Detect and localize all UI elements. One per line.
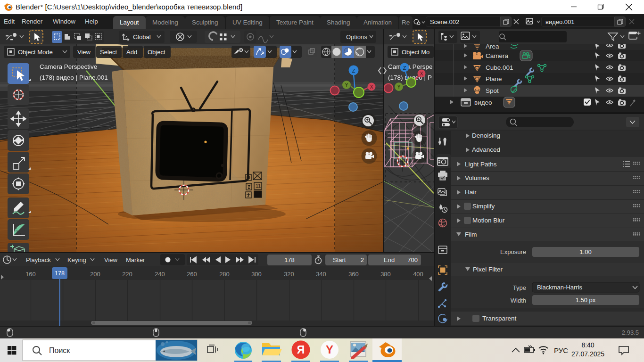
svg-text:Cube.001: Cube.001 (486, 64, 513, 71)
svg-text:Playback: Playback (26, 256, 51, 263)
svg-text:240: 240 (155, 271, 165, 278)
svg-text:X: X (370, 84, 373, 90)
svg-text:27.07.2025: 27.07.2025 (571, 350, 604, 358)
svg-text:340: 340 (316, 271, 326, 278)
svg-text:178: 178 (55, 270, 65, 277)
svg-text:Object Mode: Object Mode (18, 49, 53, 56)
svg-text:Я: Я (297, 344, 305, 356)
svg-text:X: X (420, 71, 423, 76)
svg-text:380: 380 (380, 271, 391, 278)
svg-text:160: 160 (25, 271, 36, 278)
svg-text:View: View (77, 49, 91, 56)
svg-text:Plane: Plane (486, 75, 502, 82)
svg-text:Camera: Camera (486, 52, 509, 59)
svg-text:Object: Object (148, 49, 165, 56)
svg-text:Blackman-Harris: Blackman-Harris (537, 284, 583, 291)
svg-text:1.50 px: 1.50 px (576, 296, 596, 304)
svg-text:Advanced: Advanced (472, 146, 500, 153)
svg-text:Add: Add (126, 49, 137, 56)
svg-text:Type: Type (513, 284, 526, 291)
svg-text:360: 360 (348, 271, 359, 278)
svg-text:End: End (384, 256, 395, 263)
svg-text:(178) видео | Plane.001: (178) видео | Plane.001 (40, 74, 108, 81)
svg-text:Denoising: Denoising (472, 132, 500, 139)
svg-text:Marker: Marker (126, 256, 145, 263)
svg-text:280: 280 (219, 271, 230, 278)
svg-text:Z: Z (403, 65, 406, 71)
svg-text:Select: Select (100, 49, 117, 56)
svg-text:Camera Perspe: Camera Perspe (388, 63, 433, 70)
svg-text:11: 11 (256, 183, 261, 189)
svg-text:Keying: Keying (67, 256, 86, 263)
svg-text:Film: Film (465, 231, 477, 238)
svg-text:видео: видео (474, 99, 492, 106)
svg-text:Motion Blur: Motion Blur (472, 217, 505, 224)
svg-text:Options: Options (346, 33, 367, 41)
svg-text:400: 400 (413, 271, 423, 278)
svg-text:2: 2 (361, 256, 364, 263)
svg-text:220: 220 (122, 271, 132, 278)
svg-text:Spot: Spot (486, 87, 499, 94)
svg-text:320: 320 (284, 271, 294, 278)
svg-text:Light Paths: Light Paths (465, 161, 497, 168)
svg-text:Z: Z (352, 68, 355, 74)
svg-text:Volumes: Volumes (465, 174, 489, 181)
svg-text:Y: Y (397, 84, 401, 90)
svg-text:Hair: Hair (465, 189, 477, 196)
svg-text:Area: Area (486, 44, 499, 50)
svg-text:Transparent: Transparent (482, 315, 517, 322)
svg-text:300: 300 (251, 271, 262, 278)
svg-text:8:40: 8:40 (581, 341, 594, 349)
svg-text:700: 700 (407, 256, 418, 263)
svg-text:260: 260 (187, 271, 197, 278)
svg-text:Camera Perspective: Camera Perspective (40, 63, 97, 70)
svg-text:200: 200 (90, 271, 100, 278)
svg-text:Pixel Filter: Pixel Filter (473, 266, 503, 273)
svg-text:Start: Start (333, 256, 346, 263)
svg-text:Object Mo: Object Mo (402, 49, 429, 56)
svg-text:Width: Width (511, 297, 526, 304)
svg-text:Exposure: Exposure (500, 248, 526, 255)
svg-text:1.00: 1.00 (579, 248, 591, 255)
svg-text:2.93.5: 2.93.5 (622, 329, 639, 336)
svg-text:Global: Global (133, 33, 151, 41)
svg-text:Поиск: Поиск (49, 346, 70, 354)
svg-text:Simplify: Simplify (472, 203, 495, 210)
svg-text:178: 178 (284, 256, 295, 263)
svg-text:View: View (104, 256, 118, 263)
svg-text:Y: Y (326, 343, 333, 356)
svg-text:РУС: РУС (554, 346, 568, 354)
svg-text:Y: Y (345, 82, 348, 88)
